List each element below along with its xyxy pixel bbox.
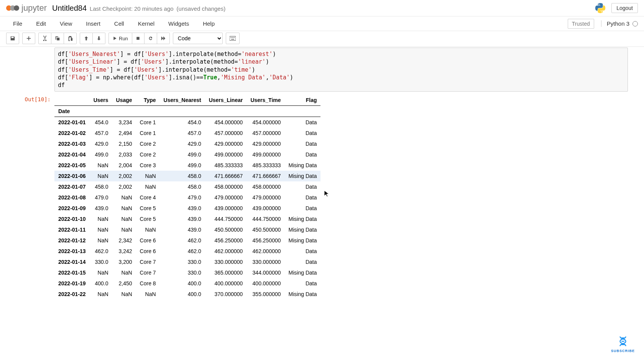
table-cell: 499.0 [90,149,112,160]
table-cell: 499.000000 [246,149,284,160]
table-cell: 330.000000 [205,257,247,267]
table-cell: Data [285,181,321,192]
kernel-status-icon [632,21,638,26]
menu-widgets[interactable]: Widgets [161,17,196,30]
table-cell: 439.0 [160,224,205,235]
table-cell: 479.0 [90,192,112,203]
logout-button[interactable]: Logout [611,3,638,13]
save-icon [10,36,15,41]
table-cell: Mising Data [285,171,321,181]
table-cell: Core 4 [136,192,160,203]
table-cell: Mising Data [285,235,321,246]
menu-view[interactable]: View [53,17,79,30]
kernel-name[interactable]: Python 3 [607,20,629,27]
table-cell: 2,150 [112,138,136,149]
table-cell: Data [285,117,321,128]
table-cell: Core 7 [136,267,160,278]
svg-rect-0 [137,37,140,40]
table-cell: 439.0 [160,203,205,214]
menu-edit[interactable]: Edit [29,17,53,30]
restart-button[interactable] [145,33,157,44]
menu-cell[interactable]: Cell [107,17,131,30]
keyboard-icon [230,36,236,41]
table-row: 2022-01-19400.02,450Core 8400.0400.00000… [54,278,320,289]
cell-type-select[interactable]: Code [173,33,223,44]
table-cell: NaN [90,160,112,171]
table-cell: 462.000000 [205,246,247,257]
table-cell: 456.250000 [246,235,284,246]
table-cell: 450.500000 [205,224,247,235]
interrupt-button[interactable] [132,33,145,44]
table-cell: 330.0 [160,267,205,278]
table-cell: 400.0 [90,278,112,289]
menu-kernel[interactable]: Kernel [131,17,161,30]
paste-icon [67,36,73,41]
table-cell: NaN [136,289,160,299]
table-cell: 454.0 [160,117,205,128]
table-corner [54,95,90,106]
table-cell: NaN [90,267,112,278]
output-dataframe: UsersUsageTypeUsers_NearestUsers_LinearU… [54,95,320,299]
stop-icon [136,36,140,41]
table-cell: NaN [112,203,136,214]
table-cell: Data [285,128,321,138]
insert-cell-button[interactable] [22,33,35,44]
run-button[interactable]: Run [108,33,132,44]
table-cell: 439.000000 [205,203,247,214]
table-row: 2022-01-08479.0NaNCore 4479.0479.0000004… [54,192,320,203]
table-cell: 330.0 [160,257,205,267]
row-index: 2022-01-13 [54,246,90,257]
table-cell: Core 6 [136,235,160,246]
row-index: 2022-01-09 [54,203,90,214]
row-index: 2022-01-08 [54,192,90,203]
code-input[interactable]: df['Users_Nearest'] = df['Users'].interp… [54,48,628,92]
table-cell: 439.0 [160,214,205,224]
table-cell: 439.0 [90,203,112,214]
command-palette-button[interactable] [226,33,240,44]
checkpoint-label: Last Checkpoint: 20 minutes ago [90,5,173,12]
table-cell: 485.333333 [246,160,284,171]
table-cell: 2,342 [112,235,136,246]
copy-button[interactable] [51,33,64,44]
table-cell: 454.000000 [205,117,247,128]
move-down-button[interactable] [93,33,105,44]
table-cell: NaN [136,224,160,235]
notebook-title[interactable]: Untitled84 [52,4,87,13]
jupyter-logo[interactable]: jupyter [6,3,47,13]
table-cell: 485.333333 [205,160,247,171]
restart-run-all-button[interactable] [157,33,170,44]
table-cell: Mising Data [285,289,321,299]
table-cell: 456.250000 [205,235,247,246]
row-index: 2022-01-12 [54,235,90,246]
menu-insert[interactable]: Insert [79,17,107,30]
column-header: Type [136,95,160,106]
menu-file[interactable]: File [6,17,29,30]
table-cell: NaN [112,267,136,278]
table-cell: 429.0 [160,138,205,149]
table-cell: 479.000000 [246,192,284,203]
svg-rect-2 [230,37,231,38]
row-index: 2022-01-06 [54,171,90,181]
row-index: 2022-01-10 [54,214,90,224]
menu-help[interactable]: Help [196,17,222,30]
svg-rect-7 [231,39,234,40]
column-header: Usage [112,95,136,106]
logo-text: jupyter [21,3,47,13]
table-cell: 400.0 [160,289,205,299]
table-cell: 458.000000 [246,181,284,192]
trusted-indicator[interactable]: Trusted [568,19,594,29]
table-row: 2022-01-10NaNNaNCore 5439.0444.750000444… [54,214,320,224]
table-cell: Core 1 [136,117,160,128]
table-row: 2022-01-06NaN2,002NaN458.0471.666667471.… [54,171,320,181]
table-cell: 355.000000 [246,289,284,299]
table-cell: 365.000000 [205,267,247,278]
save-button[interactable] [6,33,19,44]
arrow-down-icon [96,36,102,41]
cut-button[interactable] [38,33,51,44]
table-cell: Data [285,246,321,257]
svg-rect-3 [232,37,232,38]
svg-rect-1 [230,36,236,40]
paste-button[interactable] [64,33,77,44]
table-cell: 2,450 [112,278,136,289]
move-up-button[interactable] [80,33,93,44]
